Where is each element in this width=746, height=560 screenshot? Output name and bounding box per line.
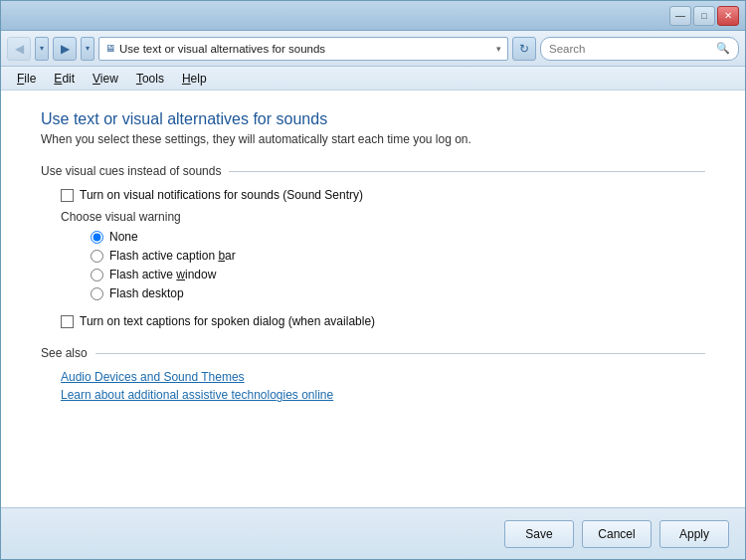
section-divider bbox=[229, 171, 705, 172]
menu-bar: File Edit View Tools Help bbox=[1, 67, 745, 91]
sound-sentry-checkbox[interactable] bbox=[61, 189, 74, 202]
main-window: — □ ✕ ◀ ▾ ▶ ▾ 🖥 Use text or visual alter… bbox=[0, 0, 746, 560]
radio-window-label: Flash active window bbox=[109, 268, 216, 281]
bottom-bar: Save Cancel Apply bbox=[1, 507, 745, 559]
save-button[interactable]: Save bbox=[504, 520, 574, 548]
refresh-button[interactable]: ↻ bbox=[512, 37, 536, 61]
see-also-label: See also bbox=[41, 346, 88, 360]
forward-icon: ▶ bbox=[61, 42, 70, 56]
search-input[interactable] bbox=[549, 43, 712, 55]
radio-caption[interactable] bbox=[91, 250, 103, 263]
sound-sentry-label: Turn on visual notifications for sounds … bbox=[80, 188, 363, 202]
sound-sentry-row: Turn on visual notifications for sounds … bbox=[61, 188, 705, 202]
minimize-button[interactable]: — bbox=[669, 6, 691, 26]
maximize-button[interactable]: □ bbox=[693, 6, 715, 26]
page-subtitle: When you select these settings, they wil… bbox=[41, 132, 705, 146]
visual-cues-section-header: Use visual cues instead of sounds bbox=[41, 164, 705, 178]
see-also-divider bbox=[95, 353, 705, 354]
back-dropdown-button[interactable]: ▾ bbox=[35, 37, 49, 61]
close-button[interactable]: ✕ bbox=[717, 6, 739, 26]
radio-caption-label: Flash active caption bar bbox=[109, 249, 236, 263]
radio-none-label: None bbox=[109, 230, 138, 244]
cancel-button[interactable]: Cancel bbox=[582, 520, 652, 548]
content-area: Use text or visual alternatives for soun… bbox=[1, 91, 745, 507]
text-captions-row: Turn on text captions for spoken dialog … bbox=[61, 314, 705, 328]
see-also-section: See also Audio Devices and Sound Themes … bbox=[41, 346, 705, 402]
back-icon: ◀ bbox=[15, 42, 24, 56]
search-icon[interactable]: 🔍 bbox=[716, 42, 730, 55]
forward-button[interactable]: ▶ bbox=[53, 37, 77, 61]
radio-window[interactable] bbox=[91, 269, 103, 281]
apply-button[interactable]: Apply bbox=[659, 520, 729, 548]
assistive-tech-link[interactable]: Learn about additional assistive technol… bbox=[61, 388, 705, 402]
radio-desktop-label: Flash desktop bbox=[109, 286, 184, 300]
menu-tools[interactable]: Tools bbox=[128, 70, 172, 88]
forward-dropdown-button[interactable]: ▾ bbox=[81, 37, 94, 61]
back-dropdown-icon: ▾ bbox=[40, 44, 44, 53]
forward-dropdown-icon: ▾ bbox=[86, 44, 90, 53]
text-captions-checkbox[interactable] bbox=[61, 315, 74, 328]
radio-window-row: Flash active window bbox=[91, 268, 705, 281]
menu-view[interactable]: View bbox=[85, 70, 126, 88]
menu-edit[interactable]: Edit bbox=[46, 70, 83, 88]
radio-none-row: None bbox=[91, 230, 705, 244]
title-bar-buttons: — □ ✕ bbox=[669, 6, 739, 26]
radio-caption-row: Flash active caption bar bbox=[91, 249, 705, 263]
title-bar: — □ ✕ bbox=[1, 1, 745, 31]
visual-cues-label: Use visual cues instead of sounds bbox=[41, 164, 221, 178]
address-input-wrap[interactable]: 🖥 Use text or visual alternatives for so… bbox=[98, 37, 508, 61]
page-title: Use text or visual alternatives for soun… bbox=[41, 110, 705, 128]
address-icon: 🖥 bbox=[105, 43, 115, 54]
refresh-icon: ↻ bbox=[519, 42, 529, 56]
address-bar: ◀ ▾ ▶ ▾ 🖥 Use text or visual alternative… bbox=[1, 31, 745, 67]
radio-desktop-row: Flash desktop bbox=[91, 286, 705, 300]
menu-help[interactable]: Help bbox=[174, 70, 215, 88]
choose-warning-label: Choose visual warning bbox=[61, 210, 705, 224]
radio-none[interactable] bbox=[91, 231, 103, 244]
address-dropdown-icon[interactable]: ▾ bbox=[496, 44, 501, 54]
back-button[interactable]: ◀ bbox=[7, 37, 31, 61]
audio-devices-link[interactable]: Audio Devices and Sound Themes bbox=[61, 370, 705, 384]
menu-file[interactable]: File bbox=[9, 70, 44, 88]
text-captions-label: Turn on text captions for spoken dialog … bbox=[80, 314, 375, 328]
radio-desktop[interactable] bbox=[91, 287, 103, 300]
radio-group: None Flash active caption bar Flash acti… bbox=[91, 230, 705, 300]
see-also-section-header: See also bbox=[41, 346, 705, 360]
address-text: Use text or visual alternatives for soun… bbox=[119, 43, 492, 55]
search-wrap: 🔍 bbox=[540, 37, 739, 61]
